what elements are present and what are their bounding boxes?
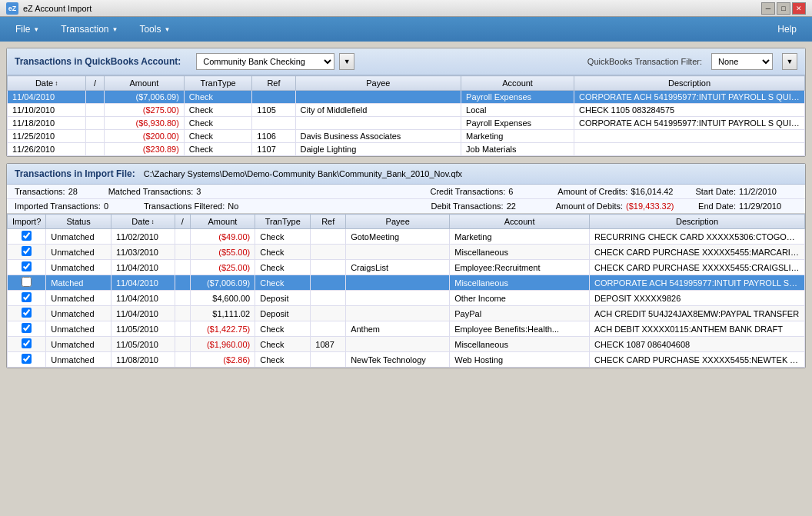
- cell-trantype: Deposit: [255, 306, 311, 321]
- qb-filter-button[interactable]: ▼: [782, 53, 797, 70]
- cell-date: 11/05/2010: [111, 337, 175, 352]
- cell-trantype: Check: [184, 91, 252, 104]
- table-row[interactable]: 11/25/2010 ($200.00) Check 1106 Davis Bu…: [8, 130, 805, 143]
- maximize-button[interactable]: □: [777, 2, 790, 15]
- cell-account: Miscellaneous: [450, 337, 590, 352]
- cell-import-checkbox[interactable]: [8, 352, 46, 368]
- cell-sep: [86, 143, 105, 156]
- import-table-wrapper[interactable]: Import? Status Date ↕ / Amount TranType …: [7, 214, 805, 368]
- cell-ref: [311, 245, 346, 260]
- col-account[interactable]: Account: [461, 76, 574, 91]
- cell-account: Marketing: [461, 130, 574, 143]
- table-row[interactable]: 11/10/2010 ($275.00) Check 1105 City of …: [8, 104, 805, 117]
- cell-import-checkbox[interactable]: [8, 260, 46, 275]
- menu-tools[interactable]: Tools ▼: [130, 21, 179, 38]
- app-title: eZ Account Import: [23, 4, 92, 13]
- import-file-path: C:\Zachary Systems\Demo\Demo-Community B…: [144, 169, 462, 178]
- cell-account: Job Materials: [461, 143, 574, 156]
- cell-date: 11/26/2010: [8, 143, 86, 156]
- table-row[interactable]: Unmatched 11/05/2010 ($1,960.00) Check 1…: [8, 337, 805, 352]
- qb-panel-header: Transactions in QuickBooks Account: Comm…: [7, 48, 805, 75]
- cell-sep: [175, 245, 191, 260]
- cell-payee: CraigsList: [346, 260, 450, 275]
- col-payee[interactable]: Payee: [346, 215, 450, 229]
- col-account[interactable]: Account: [450, 215, 590, 229]
- table-row[interactable]: Unmatched 11/04/2010 $1,111.02 Deposit P…: [8, 306, 805, 321]
- col-trantype[interactable]: TranType: [255, 215, 311, 229]
- stat-credit-value: 6: [505, 187, 551, 196]
- qb-table-wrapper[interactable]: Date ↕ / Amount TranType Ref Payee Accou…: [7, 75, 805, 156]
- table-row[interactable]: Unmatched 11/05/2010 ($1,422.75) Check A…: [8, 321, 805, 337]
- cell-date: 11/04/2010: [8, 91, 86, 104]
- qb-filter-label: QuickBooks Transaction Filter:: [587, 57, 702, 66]
- account-select-dropdown[interactable]: Community Bank Checking: [196, 53, 334, 70]
- cell-status: Unmatched: [46, 229, 111, 245]
- cell-ref: [311, 260, 346, 275]
- cell-status: Unmatched: [46, 291, 111, 306]
- cell-amount: ($1,422.75): [190, 321, 255, 337]
- cell-description: DEPOSIT XXXXX9826: [590, 291, 805, 306]
- stat-startdate-label: Start Date:: [689, 187, 736, 196]
- col-date[interactable]: Date ↕: [8, 76, 86, 91]
- cell-ref: 1087: [311, 337, 346, 352]
- qb-filter-dropdown[interactable]: None: [711, 53, 773, 70]
- cell-import-checkbox[interactable]: [8, 306, 46, 321]
- cell-import-checkbox[interactable]: [8, 245, 46, 260]
- cell-description: RECURRING CHECK CARD XXXXX5306:CTOGOTOME…: [590, 229, 805, 245]
- cell-trantype: Check: [184, 117, 252, 130]
- cell-payee: [346, 337, 450, 352]
- cell-import-checkbox[interactable]: [8, 275, 46, 291]
- col-amount[interactable]: Amount: [190, 215, 255, 229]
- menu-transaction[interactable]: Transaction ▼: [52, 21, 127, 38]
- cell-import-checkbox[interactable]: [8, 291, 46, 306]
- table-row[interactable]: 11/26/2010 ($230.89) Check 1107 Daigle L…: [8, 143, 805, 156]
- col-sep: /: [175, 215, 191, 229]
- col-trantype[interactable]: TranType: [184, 76, 252, 91]
- col-payee[interactable]: Payee: [295, 76, 461, 91]
- table-row[interactable]: Unmatched 11/04/2010 ($25.00) Check Crai…: [8, 260, 805, 275]
- col-ref[interactable]: Ref: [252, 76, 295, 91]
- col-description[interactable]: Description: [590, 215, 805, 229]
- cell-description: CHECK CARD PURCHASE XXXXX5455:NEWTEK TEC…: [590, 352, 805, 368]
- col-status[interactable]: Status: [46, 215, 111, 229]
- stat-transactions-label: Transactions:: [15, 187, 65, 196]
- qb-panel-title: Transactions in QuickBooks Account:: [15, 56, 181, 67]
- account-select-button[interactable]: ▼: [339, 53, 354, 70]
- table-row[interactable]: Unmatched 11/02/2010 ($49.00) Check Goto…: [8, 229, 805, 245]
- cell-import-checkbox[interactable]: [8, 229, 46, 245]
- cell-payee: [295, 117, 461, 130]
- cell-ref: [311, 321, 346, 337]
- cell-trantype: Check: [255, 275, 311, 291]
- table-row[interactable]: Unmatched 11/08/2010 ($2.86) Check NewTe…: [8, 352, 805, 368]
- import-table: Import? Status Date ↕ / Amount TranType …: [7, 214, 805, 368]
- cell-trantype: Check: [255, 337, 311, 352]
- col-import: Import?: [8, 215, 46, 229]
- close-button[interactable]: ✕: [792, 2, 806, 15]
- col-amount[interactable]: Amount: [105, 76, 185, 91]
- table-row[interactable]: Matched 11/04/2010 ($7,006.09) Check Mis…: [8, 275, 805, 291]
- stat-matched-label: Matched Transactions:: [96, 187, 194, 196]
- cell-account: Payroll Expenses: [461, 91, 574, 104]
- stat-filtered-label: Transactions Filtered:: [131, 201, 225, 211]
- table-row[interactable]: Unmatched 11/04/2010 $4,600.00 Deposit O…: [8, 291, 805, 306]
- minimize-button[interactable]: ─: [761, 2, 775, 15]
- cell-date: 11/18/2010: [8, 117, 86, 130]
- col-ref[interactable]: Ref: [311, 215, 346, 229]
- cell-trantype: Check: [255, 352, 311, 368]
- cell-sep: [175, 321, 191, 337]
- cell-trantype: Check: [255, 229, 311, 245]
- table-row[interactable]: 11/04/2010 ($7,006.09) Check Payroll Exp…: [8, 91, 805, 104]
- col-description[interactable]: Description: [574, 76, 805, 91]
- stat-debit-label: Debit Transactions:: [424, 201, 503, 211]
- cell-ref: [311, 275, 346, 291]
- stat-credits-value: $16,014.42: [627, 187, 689, 196]
- menu-help[interactable]: Help: [768, 21, 806, 38]
- table-row[interactable]: 11/18/2010 ($6,930.80) Check Payroll Exp…: [8, 117, 805, 130]
- cell-import-checkbox[interactable]: [8, 337, 46, 352]
- table-row[interactable]: Unmatched 11/03/2010 ($55.00) Check Misc…: [8, 245, 805, 260]
- menu-file[interactable]: File ▼: [6, 21, 48, 38]
- cell-amount: ($49.00): [190, 229, 255, 245]
- cell-status: Matched: [46, 275, 111, 291]
- col-date[interactable]: Date ↕: [111, 215, 175, 229]
- cell-import-checkbox[interactable]: [8, 321, 46, 337]
